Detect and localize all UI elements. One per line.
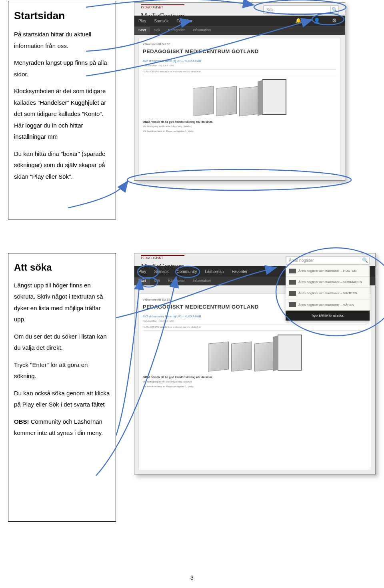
link-lashornan[interactable]: I LÄSHÖRNAN kan du läsa e-böcker kan du … [143, 70, 336, 75]
box1-title: Startsidan [14, 6, 110, 26]
search-bar[interactable]: Årets högtider 🔍 [286, 256, 370, 265]
search-input[interactable]: Sök [264, 6, 330, 14]
promo-link[interactable]: AV2 strömmande filmer (ej UR) – KLICKA H… [143, 58, 336, 64]
box2-title: Att söka [14, 258, 110, 277]
box1-p2: Menyraden längst upp finns på alla sidor… [14, 57, 110, 80]
user-icon[interactable]: 👤 [310, 16, 324, 26]
search-bar[interactable]: Sök 🔍 [263, 5, 339, 14]
tab-start[interactable]: Start [134, 27, 150, 34]
search-input[interactable]: Årets högtider [286, 257, 361, 264]
page-title: PEDAGOGISKT MEDIECENTRUM GOTLAND [143, 47, 336, 57]
link-lashornan[interactable]: I LÄSHÖRNAN kan du läsa e-böcker kan du … [143, 325, 367, 331]
nav-samsok[interactable]: Samsök [150, 17, 172, 25]
nav-lashornan[interactable]: Läshörnan [201, 268, 228, 275]
info-box-startsidan: Startsidan På startsidan hittar du aktue… [8, 1, 116, 219]
welcome-small: Välkommen till SLI.SE [143, 42, 336, 47]
box1-p4: Du kan hitta dina "boxar" (sparade sökni… [14, 148, 110, 183]
tab-info[interactable]: Information [189, 27, 215, 34]
nav-play[interactable]: Play [134, 268, 150, 275]
addr: Vår besöksadress är: Regementsgatan 1, V… [143, 129, 336, 134]
dropdown-item[interactable]: Årets högtider och traditioner – VÅREN [286, 299, 370, 311]
tab-sok[interactable]: Sök [150, 27, 164, 34]
info-box-attsoka: Att söka Längst upp till höger finns en … [8, 253, 116, 522]
box1-p3: Klocksymbolen är det som tidigare kallad… [14, 86, 110, 143]
addr: Vår besöksadress är: Regementsgatan 1, V… [143, 385, 367, 389]
obs-line: OBS! Försök att ha god framförhållning n… [143, 375, 367, 380]
tab-info[interactable]: Information [189, 277, 215, 284]
page-content: Välkommen till SLI.SE PEDAGOGISKT MEDIEC… [138, 38, 341, 176]
dropdown-search-button[interactable]: Tryck ENTER för att söka. [286, 311, 370, 321]
dropdown-item[interactable]: Årets högtider och traditioner – SOMMARE… [286, 277, 370, 288]
box2-p5a: OBS! [14, 418, 29, 425]
main-nav: Play Samsök Favoriter 🔔 👤 ⚙ [134, 16, 345, 26]
obs-line: OBS! Försök att ha god framförhållning n… [143, 119, 336, 124]
search-dropdown: Årets högtider och traditioner – HÖSTEN … [286, 265, 370, 321]
nav-favoriter[interactable]: Favoriter [228, 268, 251, 275]
search-icon[interactable]: 🔍 [330, 6, 338, 13]
box2-p2: Om du ser det du söker i listan kan du v… [14, 331, 110, 354]
box2-p3: Tryck "Enter" för att göra en sökning. [14, 359, 110, 382]
nav-community[interactable]: Community [173, 268, 201, 275]
obs-sub: Vid förfrågning av lån eller frågor ring… [143, 124, 336, 129]
tab-kategorier[interactable]: Kategorier [164, 277, 189, 284]
box2-p5: OBS! Community och Läshörnan kommer inte… [14, 416, 110, 439]
hero-illustration [143, 79, 336, 115]
nav-samsok[interactable]: Samsök [150, 268, 172, 275]
tab-start[interactable]: Start [134, 277, 150, 284]
screenshot-search: PEDAGOGISKT MedieCentrum Årets högtider … [134, 253, 376, 474]
box1-p1: På startsidan hittar du aktuell informat… [14, 29, 110, 52]
page-number: 3 [0, 572, 384, 583]
obs-sub: Vid förfrågning av lån eller frågor ring… [143, 380, 367, 384]
dropdown-item[interactable]: Årets högtider och traditioner – VINTERN [286, 288, 370, 299]
tab-sok[interactable]: Sök [150, 277, 164, 284]
hero-illustration [143, 335, 367, 371]
sub-nav: Start Sök Kategorier Information [134, 26, 345, 35]
tab-kategorier[interactable]: Kategorier [164, 27, 189, 34]
search-icon[interactable]: 🔍 [361, 257, 369, 264]
nav-play[interactable]: Play [134, 17, 150, 25]
bell-icon[interactable]: 🔔 [291, 16, 306, 26]
box2-p4: Du kan också söka genom att klicka på Pl… [14, 388, 110, 411]
dropdown-item[interactable]: Årets högtider och traditioner – HÖSTEN [286, 265, 370, 277]
gear-icon[interactable]: ⚙ [328, 16, 341, 26]
screenshot-startsidan: PEDAGOGISKT MedieCentrum Sök 🔍 Play Sams… [134, 2, 345, 181]
box2-p1: Längst upp till höger finns en sökruta. … [14, 280, 110, 325]
link-new-titles[interactable]: NYA titell/filer – KLICKA HÄR [143, 64, 336, 69]
nav-favoriter[interactable]: Favoriter [173, 17, 196, 25]
